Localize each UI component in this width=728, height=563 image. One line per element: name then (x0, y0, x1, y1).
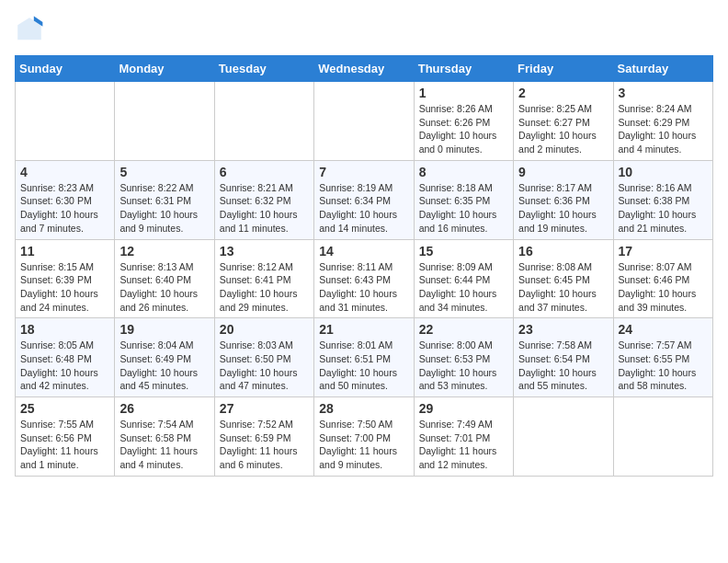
column-header-friday: Friday (514, 56, 613, 82)
day-info: Sunrise: 8:24 AMSunset: 6:29 PMDaylight:… (619, 102, 708, 156)
day-info: Sunrise: 8:00 AMSunset: 6:53 PMDaylight:… (419, 339, 508, 393)
day-info: Sunrise: 8:05 AMSunset: 6:48 PMDaylight:… (20, 339, 109, 393)
column-header-thursday: Thursday (414, 56, 513, 82)
calendar-cell: 4Sunrise: 8:23 AMSunset: 6:30 PMDaylight… (16, 160, 115, 239)
day-number: 1 (419, 86, 508, 100)
day-number: 29 (419, 401, 508, 416)
calendar-week-row: 18Sunrise: 8:05 AMSunset: 6:48 PMDayligh… (16, 318, 713, 397)
day-number: 27 (220, 401, 309, 416)
day-info: Sunrise: 8:21 AMSunset: 6:32 PMDaylight:… (220, 181, 309, 236)
calendar-cell: 21Sunrise: 8:01 AMSunset: 6:51 PMDayligh… (314, 318, 414, 397)
day-number: 28 (319, 401, 408, 416)
calendar-cell: 16Sunrise: 8:08 AMSunset: 6:45 PMDayligh… (514, 239, 613, 318)
day-info: Sunrise: 8:16 AMSunset: 6:38 PMDaylight:… (619, 181, 708, 236)
day-info: Sunrise: 7:50 AMSunset: 7:00 PMDaylight:… (319, 418, 408, 472)
calendar-cell: 20Sunrise: 8:03 AMSunset: 6:50 PMDayligh… (214, 318, 313, 397)
calendar-cell (16, 82, 115, 161)
day-info: Sunrise: 8:23 AMSunset: 6:30 PMDaylight:… (20, 181, 109, 236)
calendar-cell: 22Sunrise: 8:00 AMSunset: 6:53 PMDayligh… (414, 318, 513, 397)
calendar-cell: 26Sunrise: 7:54 AMSunset: 6:58 PMDayligh… (115, 397, 214, 477)
day-number: 22 (419, 322, 508, 337)
day-info: Sunrise: 8:04 AMSunset: 6:49 PMDaylight:… (119, 339, 209, 393)
calendar-cell: 3Sunrise: 8:24 AMSunset: 6:29 PMDaylight… (613, 82, 712, 161)
day-info: Sunrise: 7:52 AMSunset: 6:59 PMDaylight:… (220, 418, 309, 472)
calendar-header-row: SundayMondayTuesdayWednesdayThursdayFrid… (16, 56, 713, 82)
day-info: Sunrise: 8:18 AMSunset: 6:35 PMDaylight:… (419, 181, 508, 236)
day-number: 21 (319, 322, 408, 337)
calendar-week-row: 11Sunrise: 8:15 AMSunset: 6:39 PMDayligh… (16, 239, 713, 318)
day-info: Sunrise: 7:55 AMSunset: 6:56 PMDaylight:… (20, 418, 109, 472)
day-info: Sunrise: 8:17 AMSunset: 6:36 PMDaylight:… (518, 181, 608, 236)
calendar-cell: 18Sunrise: 8:05 AMSunset: 6:48 PMDayligh… (16, 318, 115, 397)
calendar-cell (314, 82, 414, 161)
calendar-cell: 11Sunrise: 8:15 AMSunset: 6:39 PMDayligh… (16, 239, 115, 318)
calendar-week-row: 1Sunrise: 8:26 AMSunset: 6:26 PMDaylight… (16, 82, 713, 161)
day-info: Sunrise: 8:26 AMSunset: 6:26 PMDaylight:… (419, 102, 508, 156)
page-header (15, 15, 713, 44)
day-number: 3 (619, 86, 708, 100)
day-number: 10 (619, 165, 708, 179)
day-info: Sunrise: 7:58 AMSunset: 6:54 PMDaylight:… (518, 339, 608, 393)
day-number: 19 (119, 322, 209, 337)
column-header-tuesday: Tuesday (214, 56, 313, 82)
column-header-saturday: Saturday (613, 56, 712, 82)
calendar-cell (613, 397, 712, 477)
calendar-cell (514, 397, 613, 477)
calendar-cell: 15Sunrise: 8:09 AMSunset: 6:44 PMDayligh… (414, 239, 513, 318)
calendar-cell: 5Sunrise: 8:22 AMSunset: 6:31 PMDaylight… (115, 160, 214, 239)
day-number: 18 (20, 322, 109, 337)
calendar-cell: 19Sunrise: 8:04 AMSunset: 6:49 PMDayligh… (115, 318, 214, 397)
calendar-cell: 17Sunrise: 8:07 AMSunset: 6:46 PMDayligh… (613, 239, 712, 318)
day-number: 2 (518, 86, 608, 100)
calendar-cell: 14Sunrise: 8:11 AMSunset: 6:43 PMDayligh… (314, 239, 414, 318)
calendar-cell: 6Sunrise: 8:21 AMSunset: 6:32 PMDaylight… (214, 160, 313, 239)
day-number: 8 (419, 165, 508, 179)
day-number: 7 (319, 165, 408, 179)
day-info: Sunrise: 8:08 AMSunset: 6:45 PMDaylight:… (518, 260, 608, 315)
column-header-monday: Monday (115, 56, 214, 82)
calendar-cell: 9Sunrise: 8:17 AMSunset: 6:36 PMDaylight… (514, 160, 613, 239)
calendar-cell: 2Sunrise: 8:25 AMSunset: 6:27 PMDaylight… (514, 82, 613, 161)
day-number: 6 (220, 165, 309, 179)
calendar-week-row: 25Sunrise: 7:55 AMSunset: 6:56 PMDayligh… (16, 397, 713, 477)
day-number: 5 (119, 165, 209, 179)
day-number: 25 (20, 401, 109, 416)
logo (15, 15, 48, 44)
day-info: Sunrise: 8:01 AMSunset: 6:51 PMDaylight:… (319, 339, 408, 393)
day-info: Sunrise: 8:19 AMSunset: 6:34 PMDaylight:… (319, 181, 408, 236)
calendar-cell: 24Sunrise: 7:57 AMSunset: 6:55 PMDayligh… (613, 318, 712, 397)
day-info: Sunrise: 7:49 AMSunset: 7:01 PMDaylight:… (419, 418, 508, 472)
calendar-table: SundayMondayTuesdayWednesdayThursdayFrid… (15, 55, 713, 477)
calendar-cell: 10Sunrise: 8:16 AMSunset: 6:38 PMDayligh… (613, 160, 712, 239)
calendar-cell (115, 82, 214, 161)
calendar-cell: 23Sunrise: 7:58 AMSunset: 6:54 PMDayligh… (514, 318, 613, 397)
calendar-cell: 1Sunrise: 8:26 AMSunset: 6:26 PMDaylight… (414, 82, 513, 161)
calendar-cell: 25Sunrise: 7:55 AMSunset: 6:56 PMDayligh… (16, 397, 115, 477)
day-info: Sunrise: 8:11 AMSunset: 6:43 PMDaylight:… (319, 260, 408, 315)
calendar-cell: 28Sunrise: 7:50 AMSunset: 7:00 PMDayligh… (314, 397, 414, 477)
day-number: 16 (518, 244, 608, 259)
calendar-cell (214, 82, 313, 161)
calendar-cell: 29Sunrise: 7:49 AMSunset: 7:01 PMDayligh… (414, 397, 513, 477)
calendar-cell: 7Sunrise: 8:19 AMSunset: 6:34 PMDaylight… (314, 160, 414, 239)
day-info: Sunrise: 8:09 AMSunset: 6:44 PMDaylight:… (419, 260, 508, 315)
column-header-wednesday: Wednesday (314, 56, 414, 82)
day-number: 9 (518, 165, 608, 179)
calendar-cell: 12Sunrise: 8:13 AMSunset: 6:40 PMDayligh… (115, 239, 214, 318)
day-number: 4 (20, 165, 109, 179)
day-number: 14 (319, 244, 408, 259)
day-info: Sunrise: 8:07 AMSunset: 6:46 PMDaylight:… (619, 260, 708, 315)
logo-icon (15, 15, 44, 44)
calendar-week-row: 4Sunrise: 8:23 AMSunset: 6:30 PMDaylight… (16, 160, 713, 239)
day-info: Sunrise: 8:25 AMSunset: 6:27 PMDaylight:… (518, 102, 608, 156)
day-number: 23 (518, 322, 608, 337)
calendar-cell: 13Sunrise: 8:12 AMSunset: 6:41 PMDayligh… (214, 239, 313, 318)
day-info: Sunrise: 8:13 AMSunset: 6:40 PMDaylight:… (119, 260, 209, 315)
day-info: Sunrise: 8:03 AMSunset: 6:50 PMDaylight:… (220, 339, 309, 393)
day-info: Sunrise: 7:54 AMSunset: 6:58 PMDaylight:… (119, 418, 209, 472)
day-info: Sunrise: 7:57 AMSunset: 6:55 PMDaylight:… (619, 339, 708, 393)
day-number: 24 (619, 322, 708, 337)
day-number: 11 (20, 244, 109, 259)
day-number: 17 (619, 244, 708, 259)
day-number: 15 (419, 244, 508, 259)
